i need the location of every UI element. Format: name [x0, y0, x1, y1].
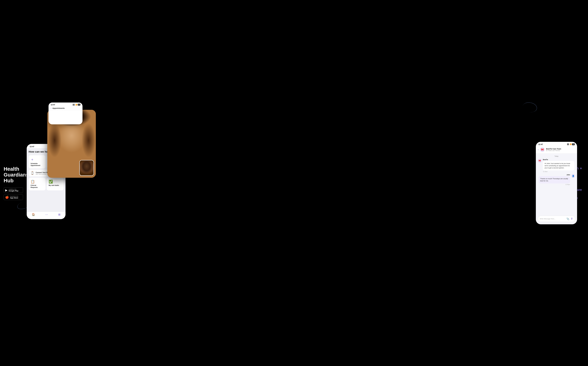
- clipboard-icon: 📋: [31, 180, 44, 184]
- chat-header-info: BowTie Care Team Dr. Peters and Theresa: [546, 148, 575, 151]
- chat-status-icons: ▌▌ 🛜 95: [567, 143, 575, 145]
- phone2-icons: ▌▌ 🛜 95: [73, 104, 80, 106]
- watch-icon: ⌚: [31, 171, 34, 175]
- main-scene: Health Guardianship Hub ▶ Available on t…: [0, 0, 588, 366]
- phone2-status-bar: 12:47 ▌▌ 🛜 95: [48, 102, 83, 106]
- phone1-bottom-nav: 🏠 ⋯ ⊞: [27, 212, 66, 219]
- phone1-time: 12:47: [30, 145, 34, 147]
- schedule-appointment-card[interactable]: ＋ Schedule Appointment: [29, 155, 46, 168]
- msg2-bubble: Thanks so much! Thursdays are usually be…: [539, 176, 570, 183]
- app-store-badge[interactable]: 🍎 Download on the App Store: [4, 194, 23, 200]
- phone2-nav: ‹ Appointments: [48, 106, 83, 111]
- chat-input-placeholder: Write Message Here...: [540, 218, 565, 220]
- msg2-text: Thanks so much! Thursdays are usually be…: [540, 178, 568, 182]
- phone-2-appointments: 12:47 ▌▌ 🛜 95 ‹ Appointments: [48, 102, 83, 124]
- google-play-badge[interactable]: ▶ Available on the Google Play: [4, 187, 23, 193]
- chat-wifi-icon: 🛜: [570, 143, 572, 145]
- chat-battery-icon: 95: [572, 143, 575, 145]
- chat-date-divider: Today: [538, 155, 575, 157]
- more-nav-icon[interactable]: ⋯: [45, 213, 48, 216]
- chat-message-1: 🎀 BowTie Hi John! Just wanted to let you…: [538, 159, 575, 172]
- apple-icon: 🍎: [5, 196, 9, 199]
- msg2-time: 12:43pm: [565, 184, 570, 185]
- app-store-text: Download on the App Store: [10, 196, 18, 199]
- chat-signal-icon: ▌▌: [567, 143, 569, 145]
- back-arrow-icon[interactable]: ‹: [51, 107, 51, 109]
- chat-status-bar: 12:47 ▌▌ 🛜 95: [536, 142, 577, 146]
- chat-time: 12:47: [538, 143, 543, 145]
- clinical-requests-card[interactable]: 📋 Clinical Requests: [29, 178, 46, 191]
- video-pip: [79, 160, 94, 176]
- signal-icon-2: ▌▌: [73, 104, 75, 106]
- schedule-label: Schedule Appointment: [31, 162, 44, 167]
- wifi-icon-2: 🛜: [76, 104, 77, 106]
- google-play-icon: ▶: [5, 189, 8, 192]
- google-play-text: Available on the Google Play: [9, 189, 18, 192]
- deco-curve-right: [522, 101, 538, 114]
- layers-nav-icon[interactable]: ⊞: [58, 213, 61, 216]
- my-tasks-card[interactable]: ✅ My care tasks: [47, 178, 64, 191]
- john-avatar: 👤: [571, 174, 575, 178]
- chat-back-button[interactable]: ‹: [538, 148, 539, 151]
- msg1-time: 12:18pm: [543, 171, 575, 172]
- chat-bubble-content-1: BowTie Hi John! Just wanted to let you k…: [543, 159, 575, 172]
- phone1-secondary-grid: 📋 Clinical Requests ✅ My care tasks: [29, 178, 64, 191]
- chat-header: ‹ 🎀 BowTie Care Team Dr. Peters and Ther…: [536, 146, 577, 153]
- chat-team-sub: Dr. Peters and Theresa: [546, 150, 575, 151]
- phone2-title: Appointments: [52, 107, 65, 109]
- pip-face: [80, 160, 93, 175]
- microphone-icon[interactable]: 🎙: [571, 217, 573, 220]
- phone-chat: 12:47 ▌▌ 🛜 95 ‹ 🎀 BowTie Care Team Dr. P…: [536, 142, 577, 224]
- check-icon: ✅: [49, 180, 62, 184]
- chat-message-2: John Thanks so much! Thursdays are usual…: [538, 174, 575, 185]
- bowtie-avatar: 🎀: [538, 159, 542, 163]
- chat-team-avatar: 🎀: [540, 147, 545, 152]
- phone2-time: 12:47: [51, 104, 55, 106]
- chat-team-name: BowTie Care Team: [546, 148, 575, 150]
- chat-bubble-content-2: John Thanks so much! Thursdays are usual…: [538, 174, 570, 185]
- plus-icon: ＋: [31, 157, 44, 162]
- attachment-icon[interactable]: 📎: [566, 217, 569, 220]
- msg1-sender: BowTie: [543, 159, 575, 160]
- chat-input-area[interactable]: Write Message Here... 📎 🎙: [538, 216, 575, 222]
- chat-body: Today 🎀 BowTie Hi John! Just wanted to l…: [536, 153, 577, 214]
- clinical-label: Clinical Requests: [31, 184, 44, 189]
- home-nav-icon[interactable]: 🏠: [32, 213, 35, 216]
- msg1-bubble: Hi John! Just wanted to let you know we'…: [543, 161, 574, 171]
- tasks-label: My care tasks: [49, 184, 62, 186]
- msg2-sender: John: [566, 174, 570, 176]
- battery-icon-2: 95: [78, 104, 80, 106]
- msg1-text: Hi John! Just wanted to let you know we'…: [545, 162, 573, 169]
